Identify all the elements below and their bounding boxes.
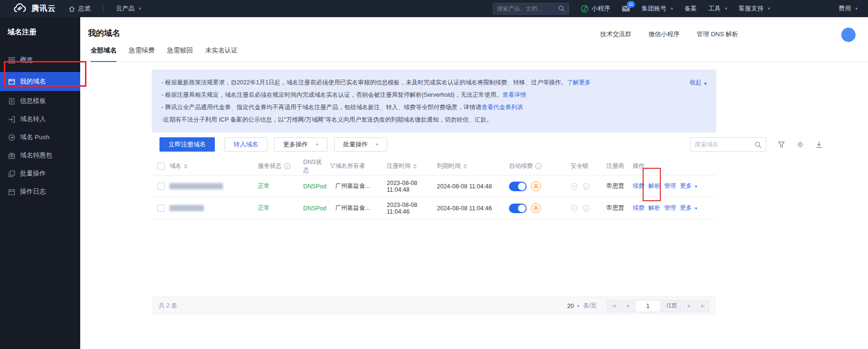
search-icon[interactable] bbox=[558, 5, 565, 12]
chevron-down-icon: ▾ bbox=[376, 142, 379, 147]
sidebar-item-domain-transfer-in[interactable]: 域名转入 bbox=[0, 110, 80, 128]
global-search-box[interactable] bbox=[493, 3, 569, 15]
nav-overview[interactable]: 总览 bbox=[68, 4, 91, 13]
column-label: 自动续费 bbox=[509, 162, 533, 170]
filter-icon[interactable] bbox=[778, 141, 785, 148]
next-page-button[interactable]: ▶ bbox=[683, 300, 695, 312]
page-header: 我的域名 技术交流群 微信小程序 管理 DNS 解析 全部域名 急需续费 急需赎… bbox=[80, 17, 868, 62]
column-label: 到期时间 bbox=[437, 162, 461, 170]
tab-redeem-urgent[interactable]: 急需赎回 bbox=[167, 46, 193, 62]
gear-icon[interactable] bbox=[796, 141, 804, 148]
sort-icon[interactable] bbox=[413, 164, 417, 169]
nav-icp[interactable]: 备案 bbox=[684, 4, 697, 13]
sidebar-item-operation-logs[interactable]: 操作日志 bbox=[0, 183, 80, 201]
action-more[interactable]: 更多 ▾ bbox=[680, 204, 697, 212]
column-security-lock: 安全锁 bbox=[571, 162, 606, 170]
info-icon[interactable]: i bbox=[535, 163, 541, 169]
collapse-label: 收起 bbox=[690, 79, 702, 86]
first-page-button[interactable]: |◀ bbox=[607, 300, 620, 312]
filter-icon[interactable] bbox=[330, 164, 335, 169]
link-learn-more[interactable]: 了解更多 bbox=[567, 79, 591, 86]
column-owner: 域名所有者 bbox=[335, 162, 387, 170]
tab-renew-urgent[interactable]: 急需续费 bbox=[129, 46, 155, 62]
sidebar-item-info-templates[interactable]: 信息模板 bbox=[0, 92, 80, 110]
link-manage-dns[interactable]: 管理 DNS 解析 bbox=[697, 30, 738, 39]
tab-bar: 全部域名 急需续费 急需赎回 未实名认证 bbox=[91, 46, 238, 62]
action-resolve[interactable]: 解析 bbox=[648, 182, 660, 190]
security-lock-icons bbox=[571, 183, 590, 190]
push-circle-icon bbox=[8, 134, 15, 141]
dns-status: DNSPod bbox=[303, 183, 335, 190]
column-expire-time[interactable]: 到期时间 bbox=[437, 162, 509, 170]
sidebar-item-batch-operations[interactable]: 批量操作 bbox=[0, 164, 80, 183]
promo-badge[interactable]: 惠 bbox=[531, 203, 541, 213]
collapse-banner-link[interactable]: 收起 ▲ bbox=[690, 76, 708, 89]
link-tech-group[interactable]: 技术交流群 bbox=[600, 30, 631, 39]
service-status: 正常 bbox=[258, 182, 303, 190]
tencent-cloud-logo[interactable]: 腾讯云 bbox=[12, 3, 56, 14]
sort-icon[interactable] bbox=[184, 164, 188, 169]
link-view-details[interactable]: 查看详情 bbox=[502, 92, 526, 98]
action-manage[interactable]: 管理 bbox=[664, 204, 676, 212]
domain-search-box[interactable] bbox=[690, 137, 766, 152]
reg-time: 2023-08-08 11:04:46 bbox=[387, 202, 437, 215]
nav-billing[interactable]: 费用 ▾ bbox=[838, 4, 857, 13]
sidebar-item-domain-deals[interactable]: 域名特惠包 bbox=[0, 146, 80, 164]
domain-search-input[interactable] bbox=[695, 141, 754, 148]
action-manage[interactable]: 管理 bbox=[664, 182, 676, 190]
notice-line: - 根据最新政策法规要求，自2022年1月1日起，域名注册前必须使用已实名审核的… bbox=[161, 76, 659, 89]
nav-products-label: 云产品 bbox=[116, 4, 135, 13]
link-voucher-list[interactable]: 查看代金券列表 bbox=[481, 104, 523, 111]
sidebar-item-label: 域名特惠包 bbox=[20, 151, 53, 160]
column-domain[interactable]: 域名 bbox=[169, 162, 258, 170]
action-resolve[interactable]: 解析 bbox=[648, 204, 660, 212]
row-checkbox[interactable] bbox=[158, 183, 165, 190]
shield-pen-icon bbox=[582, 183, 590, 190]
search-icon[interactable] bbox=[754, 141, 762, 148]
last-page-button[interactable]: ▶| bbox=[697, 300, 709, 312]
batch-actions-button[interactable]: 批量操作 ▾ bbox=[334, 137, 388, 152]
nav-support[interactable]: 客服支持 ▾ bbox=[739, 4, 770, 13]
action-renew[interactable]: 续费 bbox=[633, 182, 645, 190]
notice-text: - 根据最新政策法规要求，自2022年1月1日起，域名注册前必须使用已实名审核的… bbox=[161, 79, 567, 86]
action-more[interactable]: 更多 ▾ bbox=[680, 182, 697, 190]
info-icon[interactable]: i bbox=[284, 163, 290, 169]
nav-tools[interactable]: 工具 ▾ bbox=[708, 4, 727, 13]
link-wechat-mini-program[interactable]: 微信小程序 bbox=[648, 30, 679, 39]
pagination: |◀ ◀ /1页 ▶ ▶| bbox=[607, 300, 709, 312]
action-renew[interactable]: 续费 bbox=[633, 204, 645, 212]
shield-icon bbox=[571, 205, 578, 212]
mini-program-label: 小程序 bbox=[592, 4, 610, 13]
mini-program-entry[interactable]: 小程序 bbox=[581, 4, 610, 13]
sidebar-item-overview[interactable]: 概览 bbox=[0, 51, 80, 69]
top-navbar: 腾讯云 总览 云产品 ▾ 小程序 bbox=[0, 0, 868, 17]
page-number-input[interactable] bbox=[635, 300, 661, 312]
column-reg-time[interactable]: 注册时间 bbox=[387, 162, 437, 170]
auto-renew-toggle[interactable] bbox=[509, 182, 527, 191]
global-search-input[interactable] bbox=[497, 5, 558, 12]
auto-renew-toggle[interactable] bbox=[509, 204, 527, 213]
sidebar-item-domain-push[interactable]: 域名 Push bbox=[0, 128, 80, 146]
registrar: 帝思普 bbox=[606, 182, 633, 190]
messages-button[interactable]: 11 bbox=[622, 5, 630, 12]
tab-all-domains[interactable]: 全部域名 bbox=[91, 46, 116, 62]
more-actions-button[interactable]: 更多操作 ▾ bbox=[274, 137, 328, 152]
sort-icon[interactable] bbox=[463, 164, 467, 169]
column-label: 服务状态 bbox=[258, 162, 282, 170]
page-size-select[interactable]: 20 ▾ bbox=[567, 303, 579, 309]
select-all-checkbox[interactable] bbox=[158, 163, 165, 170]
promo-badge[interactable]: 惠 bbox=[531, 181, 541, 191]
shield-icon bbox=[571, 183, 578, 190]
sidebar-item-my-domains[interactable]: 我的域名 bbox=[0, 72, 80, 91]
nav-cloud-products[interactable]: 云产品 ▾ bbox=[116, 4, 141, 13]
row-checkbox[interactable] bbox=[158, 205, 165, 212]
floating-help-button[interactable] bbox=[841, 28, 856, 42]
prev-page-button[interactable]: ◀ bbox=[621, 300, 634, 312]
column-label: 注册商 bbox=[606, 162, 625, 170]
transfer-domain-button[interactable]: 转入域名 bbox=[224, 137, 267, 152]
download-icon[interactable] bbox=[815, 141, 823, 148]
sidebar-item-label: 信息模板 bbox=[20, 97, 46, 105]
register-domain-button[interactable]: 立即注册域名 bbox=[159, 137, 215, 152]
nav-group-account[interactable]: 集团账号 ▾ bbox=[642, 4, 673, 13]
tab-not-verified[interactable]: 未实名认证 bbox=[205, 46, 238, 62]
